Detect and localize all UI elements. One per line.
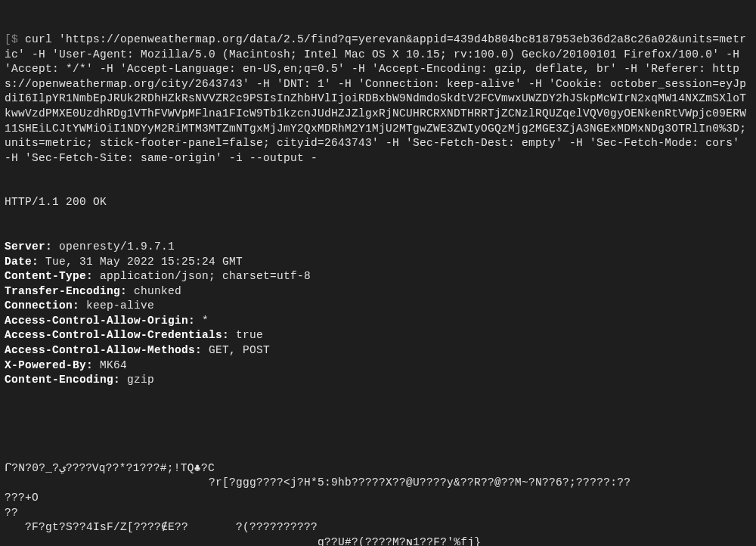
body-line: ᒋ?N?0?_?ي????Vq??*?1???#;!TQ♣?C (5, 461, 751, 476)
header-value: openresty/1.9.7.1 (59, 240, 175, 253)
header-value: true (236, 329, 263, 341)
body-line: ?r[?ggg????<j?H*5:9hb?????X??@U????y&??R… (5, 476, 751, 491)
prompt-char: [$ (5, 33, 18, 45)
header-line: Content-Type: application/json; charset=… (5, 269, 751, 284)
header-key: Content-Encoding (5, 374, 113, 386)
header-key: Connection (5, 299, 73, 312)
body-line: ?? (5, 506, 751, 521)
header-key: Access-Control-Allow-Origin (5, 315, 188, 327)
http-status-line: HTTP/1.1 200 OK (5, 195, 751, 210)
body-line: ???+O (5, 491, 751, 506)
header-line: Connection: keep-alive (5, 299, 751, 314)
header-line: Access-Control-Allow-Origin: * (5, 314, 751, 329)
header-value: GET, POST (209, 344, 270, 356)
header-value: * (202, 315, 209, 327)
header-key: Content-Type (5, 270, 86, 282)
header-value: application/json; charset=utf-8 (100, 270, 311, 282)
response-body: ᒋ?N?0?_?ي????Vq??*?1???#;!TQ♣?C ?r[?ggg?… (5, 461, 751, 546)
header-key: Access-Control-Allow-Methods (5, 344, 195, 356)
header-line: Server: openresty/1.9.7.1 (5, 240, 751, 255)
header-value: Tue, 31 May 2022 15:25:24 GMT (45, 256, 243, 268)
header-line: Access-Control-Allow-Credentials: true (5, 328, 751, 343)
header-value: chunked (134, 285, 181, 297)
header-value: MK64 (100, 359, 127, 371)
body-line: ?F?gt?S??4IsF/Z[????∉E?? ?(?????????? (5, 520, 751, 535)
header-key: Transfer-Encoding (5, 285, 120, 297)
header-line: Access-Control-Allow-Methods: GET, POST (5, 343, 751, 358)
header-value: keep-alive (86, 299, 154, 312)
header-key: X-Powered-By (5, 359, 86, 371)
header-line: Content-Encoding: gzip (5, 373, 751, 388)
header-key: Access-Control-Allow-Credentials (5, 329, 222, 341)
response-headers: Server: openresty/1.9.7.1Date: Tue, 31 M… (5, 240, 751, 388)
header-value: gzip (127, 374, 154, 386)
command-line: [$ curl 'https://openweathermap.org/data… (5, 33, 751, 166)
header-key: Server (5, 240, 45, 253)
header-line: X-Powered-By: MK64 (5, 358, 751, 374)
header-key: Date (5, 256, 32, 268)
terminal-output[interactable]: [$ curl 'https://openweathermap.org/data… (5, 3, 751, 546)
header-line: Transfer-Encoding: chunked (5, 284, 751, 299)
curl-command: curl 'https://openweathermap.org/data/2.… (5, 33, 753, 164)
header-line: Date: Tue, 31 May 2022 15:25:24 GMT (5, 255, 751, 270)
blank-line (5, 417, 751, 432)
body-line: g??U#?(????M?ɴ1??F?'%fj} (5, 535, 751, 546)
